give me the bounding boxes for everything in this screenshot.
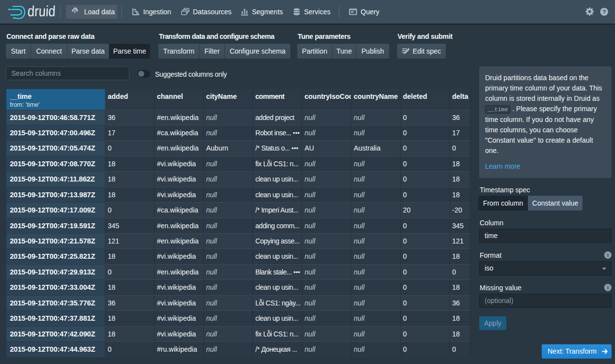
svg-text:?: ? xyxy=(602,8,606,15)
